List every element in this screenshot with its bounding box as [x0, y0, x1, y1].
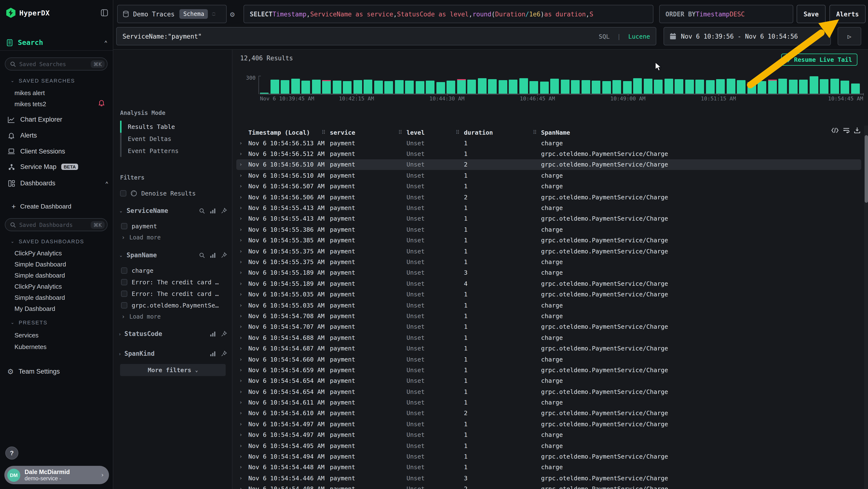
checkbox[interactable] — [121, 223, 127, 229]
drag-handle-icon[interactable]: ⠿ — [398, 129, 402, 136]
sidebar-item-search[interactable]: Search ^ — [7, 39, 107, 46]
table-row[interactable]: ›Nov 6 10:54:54.446 AMpaymentUnset3grpc.… — [236, 472, 861, 484]
table-row[interactable]: ›Nov 6 10:54:54.494 AMpaymentUnset1grpc.… — [236, 451, 861, 462]
column-header[interactable]: ⠿SpanName — [541, 128, 839, 136]
chart-icon[interactable] — [210, 351, 216, 356]
date-range-picker[interactable]: Nov 6 10:39:56 - Nov 6 10:54:56 — [663, 27, 831, 46]
row-expand-icon[interactable]: › — [236, 389, 248, 395]
filter-group-servicename[interactable]: ⌄ ServiceName — [119, 207, 227, 214]
table-row[interactable]: ›Nov 6 10:54:55.413 AMpaymentUnset1charg… — [236, 202, 861, 213]
row-expand-icon[interactable]: › — [236, 324, 248, 330]
checkbox[interactable] — [121, 267, 127, 274]
table-row[interactable]: ›Nov 6 10:54:54.611 AMpaymentUnset1charg… — [236, 397, 861, 408]
table-row[interactable]: ›Nov 6 10:54:56.512 AMpaymentUnset1grpc.… — [236, 148, 861, 159]
table-row[interactable]: ›Nov 6 10:54:55.375 AMpaymentUnset1grpc.… — [236, 246, 861, 257]
dashboard-item[interactable]: ClickPy Analytics — [14, 283, 62, 290]
row-expand-icon[interactable]: › — [236, 432, 248, 438]
order-by-input[interactable]: ORDER BY Timestamp DESC — [659, 5, 793, 23]
table-row[interactable]: ›Nov 6 10:54:55.375 AMpaymentUnset1charg… — [236, 257, 861, 267]
row-expand-icon[interactable]: › — [236, 269, 248, 276]
chart-icon[interactable] — [210, 208, 216, 213]
mode-event-deltas[interactable]: Event Deltas — [120, 133, 179, 145]
filter-value-error2[interactable]: Error: The credit card … — [121, 290, 228, 297]
table-row[interactable]: ›Nov 6 10:54:54.408 AMpaymentUnset2grpc.… — [236, 484, 861, 489]
dashboard-item[interactable]: Simple Dashboard — [14, 261, 66, 268]
pin-icon[interactable] — [221, 350, 227, 357]
row-expand-icon[interactable]: › — [236, 281, 248, 287]
row-expand-icon[interactable]: › — [236, 151, 248, 157]
row-expand-icon[interactable]: › — [236, 302, 248, 308]
alerts-button[interactable]: Alerts — [830, 5, 866, 23]
table-row[interactable]: ›Nov 6 10:54:54.497 AMpaymentUnset1grpc.… — [236, 419, 861, 429]
table-row[interactable]: ›Nov 6 10:54:54.708 AMpaymentUnset1charg… — [236, 311, 861, 321]
scrollbar-track[interactable] — [864, 125, 868, 489]
table-row[interactable]: ›Nov 6 10:54:56.507 AMpaymentUnset1charg… — [236, 181, 861, 192]
chevron-down-icon[interactable]: ⌄ — [119, 253, 123, 258]
download-icon[interactable] — [854, 127, 860, 133]
sidebar-item-dashboards[interactable]: Dashboards ^ — [7, 179, 108, 187]
row-expand-icon[interactable]: › — [236, 464, 248, 470]
filter-value-charge[interactable]: charge — [121, 267, 228, 274]
more-filters-button[interactable]: More filters ⌄ — [120, 364, 226, 376]
row-expand-icon[interactable]: › — [236, 453, 248, 460]
table-row[interactable]: ›Nov 6 10:54:54.495 AMpaymentUnset1charg… — [236, 440, 861, 451]
checkbox[interactable] — [121, 302, 127, 309]
table-row[interactable]: ›Nov 6 10:54:54.688 AMpaymentUnset1charg… — [236, 332, 861, 343]
preset-item[interactable]: Services — [14, 332, 38, 339]
table-row[interactable]: ›Nov 6 10:54:56.510 AMpaymentUnset1charg… — [236, 170, 861, 181]
wrap-text-icon[interactable] — [843, 127, 850, 133]
row-expand-icon[interactable]: › — [236, 183, 248, 190]
row-expand-icon[interactable]: › — [236, 205, 248, 211]
table-row[interactable]: ›Nov 6 10:54:55.035 AMpaymentUnset1charg… — [236, 300, 861, 311]
row-expand-icon[interactable]: › — [236, 410, 248, 416]
table-row[interactable]: ›Nov 6 10:54:56.510 AMpaymentUnset2grpc.… — [236, 159, 861, 170]
table-row[interactable]: ›Nov 6 10:54:54.707 AMpaymentUnset1grpc.… — [236, 321, 861, 332]
row-expand-icon[interactable]: › — [236, 367, 248, 373]
table-row[interactable]: ›Nov 6 10:54:54.687 AMpaymentUnset1grpc.… — [236, 343, 861, 354]
table-row[interactable]: ›Nov 6 10:54:55.189 AMpaymentUnset4grpc.… — [236, 278, 861, 289]
chevron-up-icon[interactable]: ^ — [105, 39, 107, 46]
load-more-spanname[interactable]: › Load more — [122, 313, 161, 320]
sidebar-collapse-icon[interactable] — [101, 9, 108, 17]
resume-live-tail-button[interactable]: Resume Live Tail — [781, 54, 858, 66]
table-row[interactable]: ›Nov 6 10:54:55.035 AMpaymentUnset1grpc.… — [236, 289, 861, 300]
scrollbar-thumb[interactable] — [864, 135, 868, 203]
filter-group-spankind[interactable]: › SpanKind — [119, 350, 227, 357]
row-expand-icon[interactable]: › — [236, 442, 248, 449]
table-row[interactable]: ›Nov 6 10:54:54.448 AMpaymentUnset1charg… — [236, 462, 861, 472]
filter-value-error1[interactable]: Error: The credit card … — [121, 279, 228, 286]
filter-group-statuscode[interactable]: › StatusCode — [119, 330, 227, 338]
row-expand-icon[interactable]: › — [236, 313, 248, 319]
saved-dashboards-input[interactable]: Saved Dashboards ⌘K — [5, 218, 107, 231]
chevron-up-icon[interactable]: ^ — [105, 180, 108, 186]
column-header[interactable]: Timestamp (Local) — [248, 128, 330, 136]
pin-icon[interactable] — [221, 207, 227, 214]
row-expand-icon[interactable]: › — [236, 421, 248, 427]
dashboard-item[interactable]: My Dashboard — [14, 305, 55, 312]
table-row[interactable]: ›Nov 6 10:54:56.506 AMpaymentUnset2grpc.… — [236, 192, 861, 202]
code-view-icon[interactable] — [831, 127, 839, 133]
presets-group[interactable]: ⌄ PRESETS — [10, 320, 48, 325]
row-expand-icon[interactable]: › — [236, 248, 248, 254]
sidebar-item-team-settings[interactable]: ⚙ Team Settings — [7, 368, 60, 375]
saved-search-item[interactable]: mikes alert — [14, 89, 45, 96]
drag-handle-icon[interactable]: ⠿ — [456, 129, 460, 136]
row-expand-icon[interactable]: › — [236, 215, 248, 222]
denoise-results-toggle[interactable]: Denoise Results — [120, 190, 196, 197]
row-expand-icon[interactable]: › — [236, 226, 248, 233]
sidebar-item-client-sessions[interactable]: Client Sessions — [7, 148, 108, 155]
row-expand-icon[interactable]: › — [236, 378, 248, 384]
table-row[interactable]: ›Nov 6 10:54:55.385 AMpaymentUnset1grpc.… — [236, 235, 861, 246]
column-header[interactable]: ⠿level — [406, 128, 464, 136]
chevron-down-icon[interactable]: ⌄ — [119, 208, 123, 213]
filter-group-spanname[interactable]: ⌄ SpanName — [119, 252, 227, 259]
search-query-input[interactable]: ServiceName:"payment" SQL | Lucene — [116, 27, 656, 46]
sidebar-item-alerts[interactable]: Alerts — [7, 132, 108, 139]
sidebar-item-chart-explorer[interactable]: Chart Explorer — [7, 116, 108, 123]
saved-search-item[interactable]: mikes tets2 — [14, 100, 46, 108]
row-expand-icon[interactable]: › — [236, 399, 248, 405]
sidebar-item-service-map[interactable]: Service Map BETA — [7, 163, 108, 170]
language-toggle-sql[interactable]: SQL — [599, 33, 610, 40]
search-icon[interactable] — [199, 252, 205, 258]
chart-icon[interactable] — [210, 331, 216, 337]
